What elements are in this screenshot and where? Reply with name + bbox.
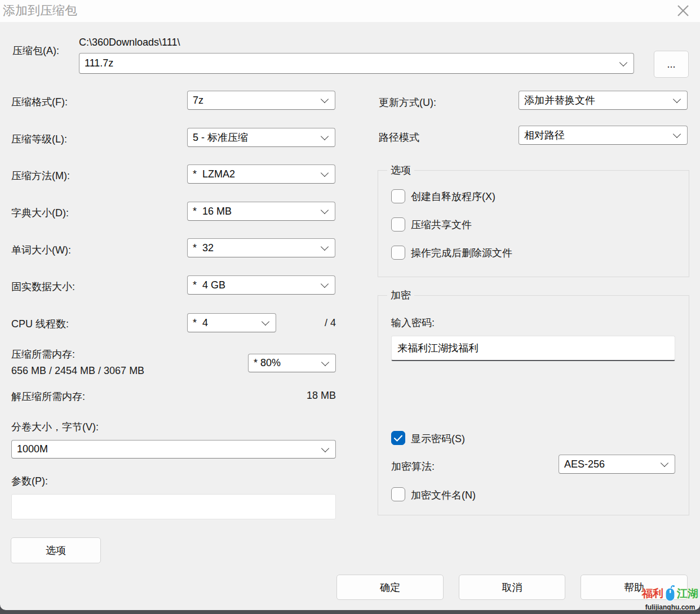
word-size-dropdown[interactable]: * 32 <box>187 238 335 257</box>
volume-size-combobox[interactable]: 1000M <box>11 440 336 459</box>
delete-after-checkbox[interactable] <box>391 246 405 260</box>
word-size-value: * 32 <box>193 242 214 254</box>
archive-label: 压缩包(A): <box>12 44 59 57</box>
level-label: 压缩等级(L): <box>11 132 67 146</box>
method-value: * LZMA2 <box>193 168 235 180</box>
chevron-down-icon <box>673 130 681 138</box>
show-password-label: 显示密码(S) <box>411 432 465 446</box>
update-mode-dropdown[interactable]: 添加并替换文件 <box>519 91 688 110</box>
dictionary-dropdown[interactable]: * 16 MB <box>187 202 335 221</box>
options-groupbox: 选项 创建自释放程序(X) 压缩共享文件 操作完成后删除源文件 <box>378 170 689 277</box>
watermark-logo: 福利 江湖 <box>640 584 700 603</box>
chevron-down-icon <box>262 318 269 326</box>
chevron-down-icon <box>673 95 681 103</box>
encryption-algorithm-dropdown[interactable]: AES-256 <box>559 455 675 474</box>
memory-decompress-value: 18 MB <box>254 390 336 402</box>
watermark-url: fulijianghu.com <box>640 603 700 610</box>
parameters-input[interactable] <box>11 494 336 519</box>
cpu-threads-value: * 4 <box>193 317 208 329</box>
dictionary-value: * 16 MB <box>193 206 232 217</box>
dictionary-label: 字典大小(D): <box>11 206 69 220</box>
chevron-down-icon <box>321 444 329 452</box>
chevron-down-icon <box>321 243 329 251</box>
create-sfx-checkbox[interactable] <box>391 189 405 203</box>
cpu-threads-dropdown[interactable]: * 4 <box>187 313 276 332</box>
memory-percent-value: * 80% <box>254 357 281 369</box>
level-dropdown[interactable]: 5 - 标准压缩 <box>187 128 335 147</box>
path-mode-dropdown[interactable]: 相对路径 <box>519 126 688 145</box>
solid-block-value: * 4 GB <box>193 279 225 291</box>
chevron-down-icon <box>321 358 329 366</box>
mouse-icon <box>664 584 676 604</box>
password-input[interactable]: 来福利江湖找福利 <box>391 336 675 361</box>
add-to-archive-dialog: 添加到压缩包 压缩包(A): C:\360Downloads\111\ 111.… <box>0 0 700 610</box>
solid-block-dropdown[interactable]: * 4 GB <box>187 275 335 295</box>
cancel-button[interactable]: 取消 <box>459 575 565 600</box>
memory-percent-dropdown[interactable]: * 80% <box>248 354 336 372</box>
chevron-down-icon <box>321 206 329 214</box>
volume-size-label: 分卷大小，字节(V): <box>11 420 99 434</box>
path-mode-value: 相对路径 <box>524 128 565 142</box>
path-mode-label: 路径模式 <box>379 131 419 144</box>
compress-shared-checkbox[interactable] <box>391 217 405 232</box>
options-group-legend: 选项 <box>387 163 414 177</box>
compress-shared-label: 压缩共享文件 <box>411 218 472 232</box>
delete-after-label: 操作完成后删除源文件 <box>411 246 512 260</box>
ok-button[interactable]: 确定 <box>336 575 444 600</box>
screen: 添加到压缩包 压缩包(A): C:\360Downloads\111\ 111.… <box>0 0 700 614</box>
encrypt-filenames-label: 加密文件名(N) <box>411 488 476 502</box>
cpu-threads-label: CPU 线程数: <box>11 317 69 331</box>
method-label: 压缩方法(M): <box>11 169 70 183</box>
create-sfx-label: 创建自释放程序(X) <box>411 190 495 203</box>
format-dropdown[interactable]: 7z <box>187 91 335 110</box>
options-button[interactable]: 选项 <box>11 537 101 563</box>
parameters-label: 参数(P): <box>11 474 48 488</box>
update-mode-label: 更新方式(U): <box>379 96 436 109</box>
memory-compress-value: 656 MB / 2454 MB / 3067 MB <box>11 365 144 377</box>
show-password-checkbox[interactable] <box>391 431 405 445</box>
level-value: 5 - 标准压缩 <box>193 131 248 144</box>
archive-name-value: 111.7z <box>85 57 113 69</box>
watermark-text-right: 江湖 <box>677 586 698 601</box>
browse-button[interactable]: ... <box>654 51 689 78</box>
chevron-down-icon <box>321 132 329 140</box>
password-label: 输入密码: <box>391 316 435 330</box>
chevron-down-icon <box>321 280 329 288</box>
memory-decompress-label: 解压缩所需内存: <box>11 390 85 403</box>
encryption-group-legend: 加密 <box>387 288 414 302</box>
encryption-groupbox: 加密 输入密码: 来福利江湖找福利 显示密码(S) 加密算法: AES-256 … <box>378 295 689 515</box>
dialog-title: 添加到压缩包 <box>3 2 77 19</box>
chevron-down-icon <box>321 169 329 177</box>
archive-name-combobox[interactable]: 111.7z <box>79 53 634 74</box>
encryption-algorithm-value: AES-256 <box>564 459 605 470</box>
close-icon[interactable] <box>674 2 692 20</box>
titlebar: 添加到压缩包 <box>0 0 700 22</box>
watermark-text-left: 福利 <box>642 586 663 601</box>
memory-compress-label: 压缩所需内存: <box>11 348 75 361</box>
format-value: 7z <box>193 95 203 106</box>
chevron-down-icon <box>321 95 329 103</box>
word-size-label: 单词大小(W): <box>11 243 71 257</box>
encrypt-filenames-checkbox[interactable] <box>391 487 405 501</box>
format-label: 压缩格式(F): <box>11 95 68 109</box>
chevron-down-icon <box>661 459 668 467</box>
archive-dir-path: C:\360Downloads\111\ <box>79 37 180 48</box>
cpu-threads-max: / 4 <box>282 317 336 329</box>
encryption-algorithm-label: 加密算法: <box>391 460 435 473</box>
method-dropdown[interactable]: * LZMA2 <box>187 164 335 184</box>
chevron-down-icon[interactable] <box>619 58 627 66</box>
update-mode-value: 添加并替换文件 <box>524 94 595 107</box>
volume-size-value: 1000M <box>17 443 48 455</box>
solid-block-label: 固实数据大小: <box>11 280 75 293</box>
watermark: 福利 江湖 fulijianghu.com <box>640 584 700 610</box>
